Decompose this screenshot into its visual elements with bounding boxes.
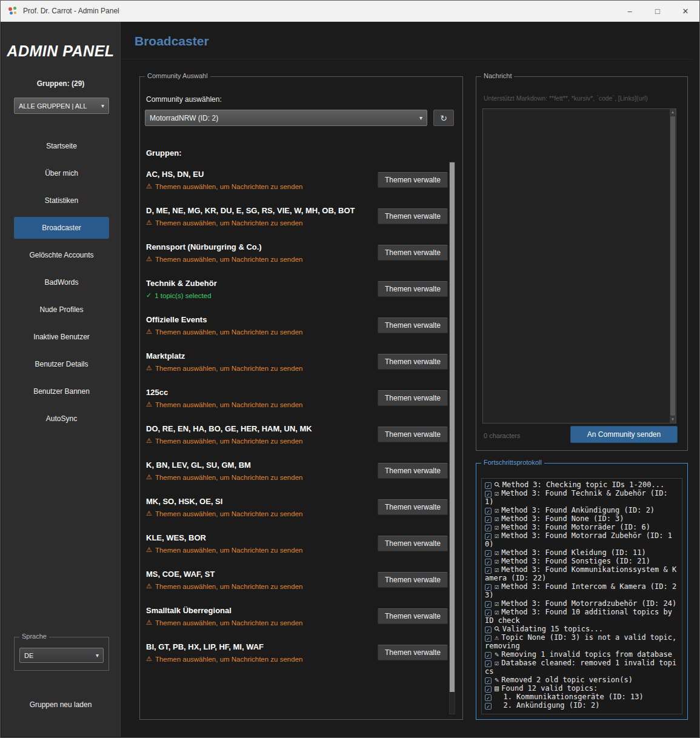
log-check-icon: ☑ — [495, 608, 499, 616]
send-to-community-button[interactable]: An Community senden — [570, 426, 678, 443]
group-status: ⚠Themen auswählen, um Nachrichten zu sen… — [146, 473, 378, 481]
scroll-up-icon[interactable]: ▲ — [670, 109, 676, 116]
log-check-icon: ☑ — [495, 506, 499, 514]
log-checkbox-icon: ✓ — [485, 601, 492, 608]
groups-filter-value: ALLE GRUPPEN | ALL — [19, 102, 87, 110]
manage-topics-button[interactable]: Themen verwalte — [378, 572, 448, 588]
group-status-text: Themen auswählen, um Nachrichten zu send… — [155, 328, 303, 336]
titlebar: Prof. Dr. Carrot - Admin Panel – □ ✕ — [1, 1, 699, 22]
window-controls: – □ ✕ — [616, 1, 699, 21]
warning-icon: ⚠ — [146, 219, 152, 227]
log-checkbox-icon: ✓ — [485, 635, 492, 642]
log-entry: ✓☑Method 3: Found Technik & Zubehör (ID:… — [485, 489, 679, 506]
sidebar-item-badwords[interactable]: BadWords — [14, 271, 109, 293]
manage-topics-button[interactable]: Themen verwalte — [378, 608, 448, 624]
group-status-text: Themen auswählen, um Nachrichten zu send… — [155, 474, 303, 481]
sidebar-item-inaktive-benutzer[interactable]: Inaktive Benutzer — [14, 326, 109, 348]
log-checkbox-icon: ✓ — [485, 660, 492, 667]
sidebar-item-statistiken[interactable]: Statistiken — [14, 190, 109, 211]
sidebar-item-über-mich[interactable]: Über mich — [14, 162, 109, 184]
log-text: Database cleaned: removed 1 invalid topi… — [485, 659, 676, 676]
group-info: KLE, WES, BOR⚠Themen auswählen, um Nachr… — [146, 533, 378, 554]
group-status-text: Themen auswählen, um Nachrichten zu send… — [155, 510, 303, 517]
log-text: Method 3: Found Kommunikationssystem & K… — [485, 565, 676, 582]
group-row: Offizielle Events⚠Themen auswählen, um N… — [146, 307, 448, 344]
log-entry: ✓✎Removing 1 invalid topics from databas… — [485, 650, 679, 659]
refresh-communities-button[interactable]: ↻ — [433, 110, 454, 126]
log-text: Method 3: Found Ankündigung (ID: 2) — [501, 506, 655, 514]
log-checkbox-icon: ✓ — [485, 525, 492, 531]
log-text: Removed 2 old topic version(s) — [501, 676, 633, 684]
char-count: 0 characters — [484, 432, 521, 439]
log-text: Method 3: Found 10 additional topics by … — [485, 608, 676, 625]
group-row: BI, GT, PB, HX, LIP, HF, MI, WAF⚠Themen … — [146, 634, 448, 671]
close-icon[interactable]: ✕ — [672, 1, 699, 21]
sidebar-item-broadcaster[interactable]: Broadcaster — [14, 217, 109, 239]
message-textarea[interactable] — [482, 108, 676, 424]
manage-topics-button[interactable]: Themen verwalte — [378, 245, 448, 261]
log-text: Method 3: Found None (ID: 3) — [501, 514, 624, 523]
group-status: ⚠Themen auswählen, um Nachrichten zu sen… — [146, 546, 378, 554]
manage-topics-button[interactable]: Themen verwalte — [378, 354, 448, 370]
sidebar-item-nude-profiles[interactable]: Nude Profiles — [14, 299, 109, 321]
sidebar: ADMIN PANEL Gruppen: (29) ALLE GRUPPEN |… — [1, 22, 120, 737]
message-scrollbar-thumb[interactable] — [670, 116, 675, 416]
log-entry: ✓☑Method 3: Found Motorrad Zubehör (ID: … — [485, 531, 679, 548]
group-info: 125cc⚠Themen auswählen, um Nachrichten z… — [146, 388, 378, 408]
group-status-text: Themen auswählen, um Nachrichten zu send… — [155, 401, 303, 408]
maximize-icon[interactable]: □ — [644, 1, 672, 21]
groups-scrollbar-thumb[interactable] — [450, 162, 455, 692]
language-group-label: Sprache — [19, 633, 49, 640]
group-name: AC, HS, DN, EU — [146, 170, 378, 179]
log-check-icon: ☑ — [495, 659, 499, 667]
group-status: ⚠Themen auswählen, um Nachrichten zu sen… — [146, 219, 378, 227]
progress-log[interactable]: ✓⚲Method 3: Checking topic IDs 1-200...✓… — [481, 478, 682, 714]
group-row: D, ME, NE, MG, KR, DU, E, SG, RS, VIE, W… — [146, 198, 448, 234]
group-info: BI, GT, PB, HX, LIP, HF, MI, WAF⚠Themen … — [146, 642, 378, 663]
sidebar-item-benutzer-details[interactable]: Benutzer Details — [14, 353, 109, 375]
scroll-down-icon[interactable]: ▼ — [670, 416, 676, 423]
groups-scrollbar[interactable] — [449, 162, 455, 714]
log-checkbox-icon: ✓ — [485, 652, 492, 659]
sidebar-item-benutzer-bannen[interactable]: Benutzer Bannen — [14, 381, 109, 402]
message-scrollbar[interactable]: ▲ ▼ — [670, 109, 676, 423]
manage-topics-button[interactable]: Themen verwalte — [378, 281, 448, 297]
log-search-icon: ⚲ — [492, 480, 502, 490]
community-select-value: MotorradNRW (ID: 2) — [150, 114, 218, 122]
sidebar-item-autosync[interactable]: AutoSync — [14, 408, 109, 430]
sidebar-item-startseite[interactable]: Startseite — [14, 135, 109, 157]
manage-topics-button[interactable]: Themen verwalte — [378, 536, 448, 551]
manage-topics-button[interactable]: Themen verwalte — [378, 427, 448, 442]
log-check-icon: ☑ — [495, 489, 499, 497]
manage-topics-button[interactable]: Themen verwalte — [378, 390, 448, 406]
community-select-label: Community auswählen: — [146, 95, 222, 104]
manage-topics-button[interactable]: Themen verwalte — [378, 463, 448, 479]
log-entry: ✓ 1. Kommunikationsgeräte (ID: 13) — [485, 693, 679, 701]
language-select[interactable]: DE ▾ — [19, 648, 104, 663]
group-status: ⚠Themen auswählen, um Nachrichten zu sen… — [146, 328, 378, 336]
minimize-icon[interactable]: – — [616, 1, 644, 21]
group-name: K, BN, LEV, GL, SU, GM, BM — [146, 460, 378, 470]
group-status-text: Themen auswählen, um Nachrichten zu send… — [155, 437, 303, 445]
log-check-icon: ☑ — [495, 523, 499, 531]
reload-groups-button[interactable]: Gruppen neu laden — [1, 700, 120, 709]
log-entry: ✓ 2. Ankündigung (ID: 2) — [485, 701, 679, 710]
community-select[interactable]: MotorradNRW (ID: 2) ▾ — [145, 110, 427, 126]
chevron-down-icon: ▾ — [96, 652, 99, 659]
sidebar-item-gelöschte-accounts[interactable]: Gelöschte Accounts — [14, 244, 109, 266]
manage-topics-button[interactable]: Themen verwalte — [378, 317, 448, 333]
group-status-text: Themen auswählen, um Nachrichten zu send… — [155, 219, 303, 227]
manage-topics-button[interactable]: Themen verwalte — [378, 208, 448, 224]
group-status-text: Themen auswählen, um Nachrichten zu send… — [155, 656, 303, 663]
warning-icon: ⚠ — [146, 255, 152, 263]
manage-topics-button[interactable]: Themen verwalte — [378, 499, 448, 515]
manage-topics-button[interactable]: Themen verwalte — [378, 172, 448, 188]
group-row: 125cc⚠Themen auswählen, um Nachrichten z… — [146, 380, 448, 416]
manage-topics-button[interactable]: Themen verwalte — [378, 645, 448, 660]
group-name: Technik & Zubehör — [146, 279, 378, 288]
group-name: Rennsport (Nürburgring & Co.) — [146, 242, 378, 251]
groups-filter-select[interactable]: ALLE GRUPPEN | ALL ▾ — [14, 98, 109, 114]
group-status: ⚠Themen auswählen, um Nachrichten zu sen… — [146, 655, 378, 663]
group-status: ✓1 topic(s) selected — [146, 291, 378, 299]
community-panel-label: Community Auswahl — [145, 72, 210, 79]
